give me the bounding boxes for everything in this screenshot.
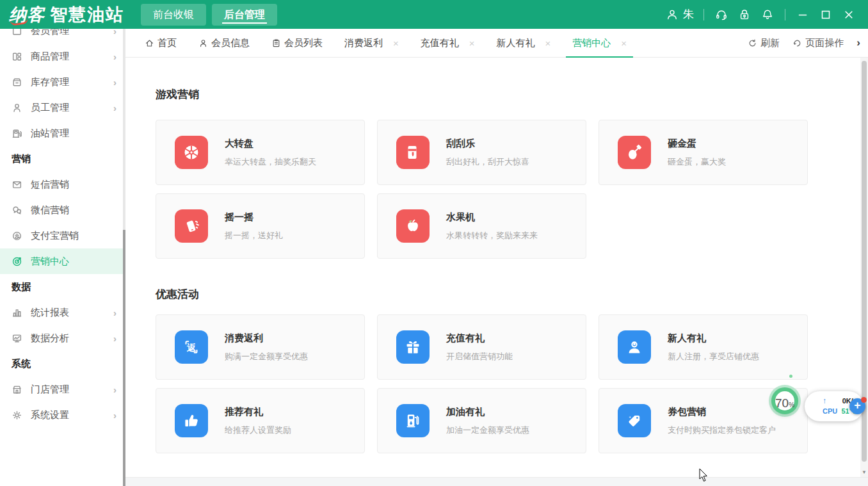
scroll-down-arrow-icon[interactable]: ▼ (860, 469, 868, 475)
page-actions-button[interactable]: 页面操作 (792, 37, 844, 49)
tab-close-icon[interactable]: × (393, 38, 399, 49)
page-tabbar: 首页 会员信息 会员列表 消费返利 × 充值有礼 × 新人有礼 × (125, 29, 868, 58)
tab-home[interactable]: 首页 (142, 29, 179, 58)
section-title-promotions: 优惠活动 (156, 287, 868, 302)
target-icon (12, 256, 22, 267)
card-title: 加油有礼 (446, 406, 529, 418)
username: 朱 (683, 7, 694, 22)
tab-label: 会员信息 (211, 37, 250, 49)
card-desc: 给推荐人设置奖励 (225, 425, 291, 436)
tab-close-icon[interactable]: × (545, 38, 551, 49)
chevron-right-icon: › (113, 77, 117, 88)
card-consume-rebate[interactable]: 返 消费返利 购满一定金额享受优惠 (156, 314, 365, 380)
cpu-label: CPU (823, 407, 837, 415)
expand-chevron-icon[interactable]: › (856, 36, 860, 49)
sidebar-item-goods[interactable]: 商品管理 › (0, 44, 125, 69)
alipay-icon (12, 231, 22, 241)
memory-percent-ball[interactable]: 70% (771, 387, 798, 414)
system-monitor-widget: ↑ 0K/s CPU 51℃ 70% + (771, 387, 867, 429)
user-menu[interactable]: 朱 (662, 7, 698, 22)
headset-icon (715, 8, 728, 21)
sidebar-item-data-analysis[interactable]: 数据分析 › (0, 325, 125, 351)
sidebar-section-data: 数据 (0, 274, 125, 300)
page-actions-label: 页面操作 (805, 37, 844, 49)
card-desc: 开启储值营销功能 (446, 351, 513, 362)
card-referral-gift[interactable]: 推荐有礼 给推荐人设置奖励 (156, 388, 365, 453)
tab-close-icon[interactable]: × (469, 38, 475, 49)
refresh-button[interactable]: 刷新 (748, 37, 780, 49)
tab-close-icon[interactable]: × (621, 38, 627, 49)
chevron-right-icon: › (113, 333, 117, 344)
promotions-grid: 返 消费返利 购满一定金额享受优惠 (156, 314, 868, 453)
tab-member-info[interactable]: 会员信息 (196, 29, 252, 58)
card-title: 摇一摇 (225, 211, 283, 223)
sidebar-item-statistics-report[interactable]: 统计报表 › (0, 300, 125, 325)
sidebar-item-label: 统计报表 (31, 307, 113, 319)
sidebar-item-wechat-marketing[interactable]: 微信营销 (0, 197, 125, 223)
card-desc: 支付时购买指定券包锁定客户 (668, 425, 776, 436)
notifications-button[interactable] (756, 0, 779, 29)
card-golden-egg[interactable]: 砸金蛋 砸金蛋，赢大奖 (599, 120, 808, 185)
maximize-button[interactable] (814, 0, 837, 29)
sidebar-item-label: 短信营销 (31, 179, 117, 191)
monitor-plus-button[interactable]: + (849, 398, 865, 414)
card-newcomer-gift[interactable]: 新人有礼 新人注册，享受店铺优惠 (599, 314, 808, 380)
page-actions-icon (792, 38, 802, 48)
lock-screen-button[interactable] (733, 0, 756, 29)
minimize-button[interactable] (791, 0, 814, 29)
tab-member-list[interactable]: 会员列表 (269, 29, 325, 58)
titlebar-actions: 朱 (662, 0, 868, 29)
nav-backend-admin[interactable]: 后台管理 (212, 4, 277, 26)
nav-front-cashier[interactable]: 前台收银 (141, 4, 206, 26)
sidebar-item-label: 数据分析 (31, 332, 113, 344)
chevron-right-icon: › (113, 102, 117, 113)
goods-icon (12, 51, 22, 62)
sidebar-item-system-settings[interactable]: 系统设置 › (0, 402, 125, 428)
card-refuel-gift[interactable]: 加油有礼 加油一定金额享受优惠 (377, 388, 586, 453)
card-title: 券包营销 (668, 406, 776, 418)
shake-phone-icon (175, 209, 208, 243)
sidebar-item-gas-station[interactable]: 油站管理 (0, 120, 125, 146)
tab-label: 营销中心 (572, 37, 611, 49)
sms-icon (12, 179, 22, 190)
tab-marketing-center[interactable]: 营销中心 × (570, 29, 629, 58)
support-headset-button[interactable] (710, 0, 733, 29)
rebate-icon: 返 (175, 330, 208, 364)
tab-label: 会员列表 (284, 37, 323, 49)
refresh-icon (748, 38, 757, 48)
sidebar-item-label: 会员管理 (31, 29, 113, 37)
sidebar-item-store-management[interactable]: 门店管理 › (0, 377, 125, 402)
sidebar-item-inventory[interactable]: 库存管理 › (0, 69, 125, 95)
card-title: 刮刮乐 (446, 138, 529, 150)
sidebar-item-label: 油站管理 (31, 127, 117, 140)
tab-consume-rebate[interactable]: 消费返利 × (342, 29, 401, 58)
card-scratch-card[interactable]: 刮刮乐 刮出好礼，刮开大惊喜 (377, 120, 586, 185)
thumbs-up-icon (175, 404, 208, 437)
card-desc: 刮出好礼，刮开大惊喜 (446, 156, 529, 168)
card-big-wheel[interactable]: 大转盘 幸运大转盘，抽奖乐翻天 (156, 120, 365, 185)
sidebar-item-marketing-center[interactable]: 营销中心 (0, 248, 125, 274)
inventory-icon (12, 77, 22, 88)
tab-newcomer-gift[interactable]: 新人有礼 × (494, 29, 554, 58)
lock-icon (738, 8, 751, 21)
tab-label: 消费返利 (344, 37, 383, 49)
sidebar-item-label: 门店管理 (31, 384, 113, 396)
card-shake[interactable]: 摇一摇 摇一摇，送好礼 (156, 193, 365, 259)
sidebar-section-system: 系统 (0, 351, 125, 377)
sidebar-item-staff[interactable]: 员工管理 › (0, 95, 125, 120)
sidebar-item-sms-marketing[interactable]: 短信营销 (0, 172, 125, 197)
content-area: 首页 会员信息 会员列表 消费返利 × 充值有礼 × 新人有礼 × (125, 29, 868, 486)
tab-recharge-gift[interactable]: 充值有礼 × (418, 29, 478, 58)
list-icon (271, 38, 281, 48)
app-logo: 纳客 智慧油站 (9, 3, 124, 26)
sidebar-item-members[interactable]: 会员管理 › (0, 29, 125, 44)
sidebar-item-label: 支付宝营销 (31, 230, 117, 242)
wechat-icon (12, 205, 22, 216)
close-button[interactable] (837, 0, 860, 29)
card-recharge-gift[interactable]: 充值有礼 开启储值营销功能 (377, 314, 586, 380)
sidebar-item-alipay-marketing[interactable]: 支付宝营销 (0, 223, 125, 248)
card-desc: 幸运大转盘，抽奖乐翻天 (225, 156, 316, 168)
notification-dot (861, 397, 867, 403)
card-fruit-machine[interactable]: 水果机 水果转转转，奖励来来来 (377, 193, 586, 259)
chevron-right-icon: › (113, 384, 117, 395)
